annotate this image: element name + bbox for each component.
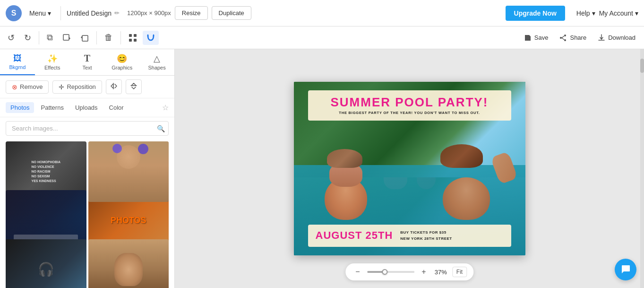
header-right: Help ▾ My Account ▾ (576, 9, 638, 17)
zoom-minus-icon: − (355, 268, 360, 276)
svg-rect-4 (129, 39, 132, 42)
remove-icon: ⊗ (12, 83, 17, 91)
canvas-size-label: 1200px × 900px (127, 9, 171, 17)
photo-thumb[interactable] (88, 239, 169, 288)
layer-down-button[interactable] (59, 31, 75, 45)
svg-point-8 (564, 35, 566, 36)
design-title-text: Untitled Design (67, 9, 112, 17)
zoom-percent-label: 37% (433, 269, 448, 276)
tab-color[interactable]: Color (104, 102, 129, 113)
zoom-slider-thumb (382, 269, 387, 275)
resize-button[interactable]: Resize (175, 6, 208, 20)
redo-button[interactable]: ↻ (20, 30, 35, 46)
my-account-button[interactable]: My Account ▾ (599, 9, 638, 17)
copy-button[interactable]: ⧉ (43, 30, 57, 45)
canvas-ticket-info: BUY TICKETS FOR $35 (400, 229, 452, 236)
svg-rect-5 (134, 39, 137, 42)
photo-thumb[interactable] (88, 141, 169, 202)
share-label: Share (570, 34, 586, 41)
svg-point-9 (564, 39, 566, 41)
header-divider-1 (60, 6, 61, 20)
menu-chevron-icon: ▾ (48, 9, 51, 17)
sidebar-effects-label: Effects (44, 65, 60, 70)
fit-button[interactable]: Fit (452, 267, 467, 277)
tab-patterns[interactable]: Patterns (36, 102, 68, 113)
avatar[interactable]: S (6, 5, 22, 21)
photo-thumb[interactable]: 🎧 (6, 239, 86, 288)
menu-button[interactable]: Menu ▾ (26, 8, 55, 19)
text-icon: T (84, 53, 90, 64)
sidebar-text-label: Text (82, 65, 92, 70)
zoom-plus-icon: + (421, 268, 426, 276)
flip-v-button[interactable] (126, 79, 142, 94)
download-button[interactable]: Download (593, 31, 640, 44)
shapes-icon: △ (154, 53, 160, 64)
zoom-in-button[interactable]: + (418, 266, 429, 278)
graphics-icon: 😊 (117, 53, 127, 64)
layer-up-button[interactable] (77, 31, 93, 45)
reposition-button[interactable]: ✛ Reposition (52, 80, 102, 94)
svg-rect-0 (63, 35, 69, 40)
scrollbar[interactable] (640, 49, 644, 288)
help-label: Help (576, 9, 590, 17)
photo-tabs: Photos Patterns Uploads Color ☆ (0, 98, 174, 117)
sidebar-item-shapes[interactable]: △ Shapes (139, 49, 174, 75)
flip-h-button[interactable] (106, 79, 122, 94)
scrollbar-thumb[interactable] (640, 59, 644, 73)
svg-rect-1 (82, 35, 88, 41)
sidebar: 🖼 Bkgrnd ✨ Effects T Text 😊 Graphics △ S… (0, 49, 175, 288)
toolbar-divider-1 (39, 31, 39, 44)
sidebar-graphics-label: Graphics (112, 65, 132, 70)
zoom-out-button[interactable]: − (352, 266, 363, 278)
photo-grid: NO HOMOPHOBIANO VIOLENCENO RACISMNO SEXI… (0, 140, 174, 288)
help-chevron-icon: ▾ (592, 9, 595, 17)
remove-label: Remove (20, 83, 43, 90)
design-canvas: SUMMER POOL PARTY! THE BIGGEST PARTY OF … (294, 82, 525, 255)
sidebar-shapes-label: Shapes (148, 65, 165, 70)
magnet-button[interactable] (143, 31, 159, 45)
sidebar-item-graphics[interactable]: 😊 Graphics (104, 49, 139, 75)
download-label: Download (608, 34, 635, 41)
zoom-controls: − + 37% Fit (345, 263, 473, 280)
search-button[interactable]: 🔍 (157, 125, 165, 132)
toolbar-divider-2 (96, 31, 97, 44)
help-button[interactable]: Help ▾ (576, 9, 595, 17)
main-layout: 🖼 Bkgrnd ✨ Effects T Text 😊 Graphics △ S… (0, 49, 644, 288)
sidebar-item-effects[interactable]: ✨ Effects (35, 49, 70, 75)
undo-button[interactable]: ↺ (4, 30, 18, 46)
header: S Menu ▾ Untitled Design ✏ 1200px × 900p… (0, 0, 644, 26)
save-label: Save (534, 34, 549, 41)
remove-button[interactable]: ⊗ Remove (6, 80, 49, 94)
upgrade-button[interactable]: Upgrade Now (506, 6, 565, 21)
chat-button[interactable] (615, 259, 636, 280)
toolbar-divider-3 (120, 31, 121, 44)
tab-uploads[interactable]: Uploads (70, 102, 103, 113)
share-button[interactable]: Share (555, 31, 591, 44)
svg-line-11 (562, 36, 564, 38)
canvas-location: NEW YORK 28TH STREET (400, 236, 452, 242)
action-bar: ⊗ Remove ✛ Reposition (0, 76, 174, 98)
save-button[interactable]: Save (519, 31, 553, 44)
bkgrnd-icon: 🖼 (13, 53, 22, 63)
reposition-label: Reposition (67, 83, 95, 90)
duplicate-button[interactable]: Duplicate (212, 6, 251, 20)
canvas-area: SUMMER POOL PARTY! THE BIGGEST PARTY OF … (175, 49, 644, 288)
svg-rect-3 (134, 34, 137, 37)
sidebar-item-bkgrnd[interactable]: 🖼 Bkgrnd (0, 49, 35, 75)
reposition-icon: ✛ (59, 83, 64, 91)
zoom-slider[interactable] (367, 271, 414, 273)
effects-icon: ✨ (47, 53, 58, 64)
toolbar: ↺ ↻ ⧉ 🗑 Save (0, 26, 644, 49)
favorites-star-button[interactable]: ☆ (162, 103, 169, 112)
search-input[interactable] (6, 121, 169, 136)
sidebar-item-text[interactable]: T Text (70, 49, 105, 75)
svg-point-10 (560, 37, 562, 39)
canvas-date: AUGUST 25TH (316, 229, 393, 242)
sidebar-bkgrnd-label: Bkgrnd (9, 64, 26, 70)
grid-button[interactable] (125, 31, 141, 45)
design-title-area[interactable]: Untitled Design ✏ (67, 9, 120, 17)
tab-photos[interactable]: Photos (6, 102, 34, 113)
canvas-title: SUMMER POOL PARTY! (316, 96, 504, 108)
delete-button[interactable]: 🗑 (101, 30, 117, 45)
canvas-details: BUY TICKETS FOR $35 NEW YORK 28TH STREET (400, 229, 452, 242)
